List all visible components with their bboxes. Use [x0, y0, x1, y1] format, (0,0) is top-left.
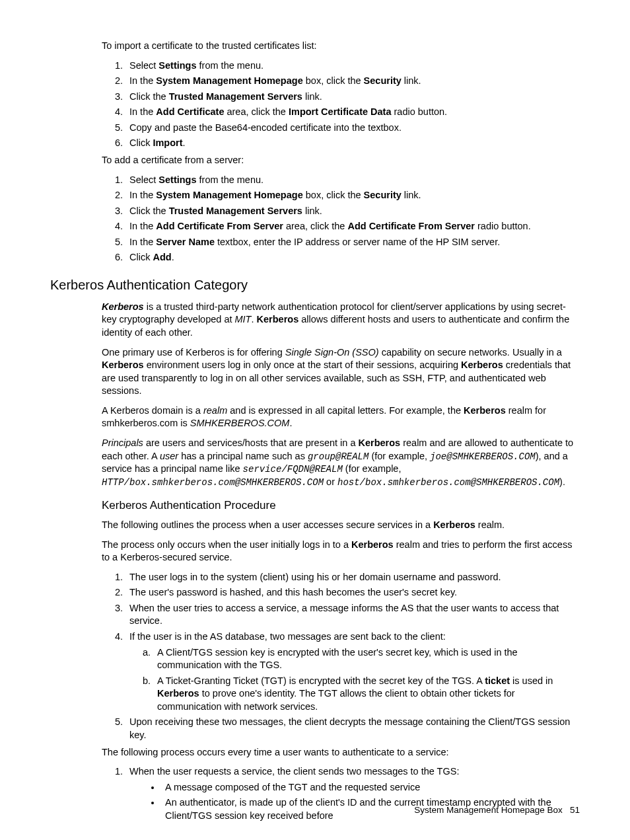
- list-item: The user's password is hashed, and this …: [125, 586, 580, 599]
- list-item: Click the Trusted Management Servers lin…: [125, 205, 580, 218]
- paragraph: A Kerberos domain is a realm and is expr…: [102, 404, 580, 430]
- footer-text: System Management Homepage Box: [414, 805, 562, 815]
- list-item: Click the Trusted Management Servers lin…: [125, 91, 580, 104]
- intro-text: To add a certificate from a server:: [102, 154, 580, 167]
- list-item: The user logs in to the system (client) …: [125, 571, 580, 584]
- list-item: Click Import.: [125, 137, 580, 150]
- sub-steps: A Client/TGS session key is encrypted wi…: [129, 646, 580, 714]
- paragraph: Kerberos is a trusted third-party networ…: [102, 301, 580, 340]
- paragraph: One primary use of Kerberos is for offer…: [102, 346, 580, 398]
- list-item: If the user is in the AS database, two m…: [125, 630, 580, 713]
- list-item: Select Settings from the menu.: [125, 59, 580, 73]
- page-number: 51: [570, 805, 580, 815]
- list-item: Select Settings from the menu.: [125, 174, 580, 187]
- kerberos-first-access-steps: The user logs in to the system (client) …: [102, 571, 580, 742]
- paragraph: The process only occurs when the user in…: [102, 539, 580, 564]
- heading-kerberos-procedure: Kerberos Authentication Procedure: [102, 498, 580, 514]
- list-item: A Ticket-Granting Ticket (TGT) is encryp…: [153, 675, 580, 714]
- paragraph: The following process occurs every time …: [102, 746, 580, 759]
- list-item: Click Add.: [125, 251, 580, 264]
- paragraph: The following outlines the process when …: [102, 519, 580, 532]
- import-cert-steps: Select Settings from the menu. In the Sy…: [102, 59, 580, 150]
- list-item: In the Add Certificate From Server area,…: [125, 220, 580, 233]
- kerberos-category-content: Kerberos is a trusted third-party networ…: [102, 301, 580, 822]
- list-item: In the System Management Homepage box, c…: [125, 75, 580, 88]
- list-item: A message composed of the TGT and the re…: [161, 781, 580, 794]
- document-page: To import a certificate to the trusted c…: [0, 0, 630, 840]
- list-item: A Client/TGS session key is encrypted wi…: [153, 646, 580, 672]
- list-item: In the Add Certificate area, click the I…: [125, 106, 580, 119]
- add-cert-server-steps: Select Settings from the menu. In the Sy…: [102, 174, 580, 264]
- list-item: In the System Management Homepage box, c…: [125, 189, 580, 202]
- heading-kerberos-category: Kerberos Authentication Category: [50, 276, 580, 294]
- paragraph: Principals are users and services/hosts …: [102, 437, 580, 489]
- page-footer: System Management Homepage Box 51: [414, 804, 580, 816]
- list-item: When the user tries to access a service,…: [125, 602, 580, 628]
- list-item: Copy and paste the Base64-encoded certif…: [125, 122, 580, 135]
- content-block: To import a certificate to the trusted c…: [102, 40, 580, 264]
- list-item: In the Server Name textbox, enter the IP…: [125, 236, 580, 249]
- intro-text: To import a certificate to the trusted c…: [102, 40, 580, 53]
- list-item: Upon receiving these two messages, the c…: [125, 716, 580, 742]
